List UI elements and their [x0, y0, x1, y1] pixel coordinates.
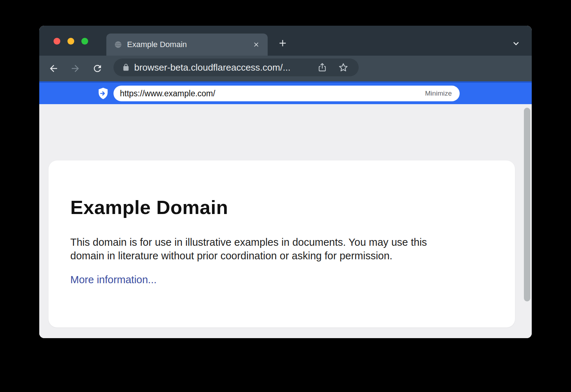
tab-title: Example Domain [127, 40, 253, 49]
shield-access-icon [98, 88, 108, 99]
window-controls [54, 38, 88, 45]
paragraph-line-2: domain in literature without prior coord… [70, 249, 494, 263]
tab-strip: Example Domain [39, 26, 532, 56]
remote-url-bar[interactable]: Minimize [113, 86, 460, 101]
address-bar-url[interactable]: browser-beta.cloudflareaccess.com/... [134, 62, 317, 73]
browser-toolbar: browser-beta.cloudflareaccess.com/... C … [39, 56, 532, 81]
globe-favicon-icon [114, 41, 122, 49]
paragraph-line-1: This domain is for use in illustrative e… [70, 235, 494, 249]
new-tab-icon[interactable] [277, 38, 288, 49]
back-icon[interactable] [48, 63, 59, 74]
remote-browser-bar: Minimize [39, 81, 532, 104]
chevron-down-icon[interactable] [511, 38, 521, 49]
lock-icon[interactable] [122, 63, 130, 71]
page-scrollbar[interactable] [524, 108, 530, 301]
content-card: Example Domain This domain is for use in… [49, 161, 515, 327]
share-icon[interactable] [317, 62, 327, 73]
web-page: Example Domain This domain is for use in… [39, 104, 532, 338]
address-bar[interactable]: browser-beta.cloudflareaccess.com/... [113, 58, 359, 76]
close-window-button[interactable] [54, 38, 60, 45]
close-icon[interactable] [253, 41, 260, 48]
minimize-bar-button[interactable]: Minimize [425, 90, 452, 97]
page-paragraph: This domain is for use in illustrative e… [70, 235, 494, 263]
remote-url-input[interactable] [120, 89, 425, 98]
zoom-window-button[interactable] [81, 38, 88, 45]
reload-icon[interactable] [92, 63, 103, 74]
active-tab[interactable]: Example Domain [106, 34, 268, 56]
minimize-window-button[interactable] [67, 38, 74, 45]
browser-window: Example Domain browser-beta.cloudflareac [39, 26, 532, 338]
star-icon[interactable] [338, 62, 349, 73]
more-information-link[interactable]: More information... [70, 274, 157, 286]
forward-icon[interactable] [70, 63, 81, 74]
page-title: Example Domain [70, 196, 494, 218]
